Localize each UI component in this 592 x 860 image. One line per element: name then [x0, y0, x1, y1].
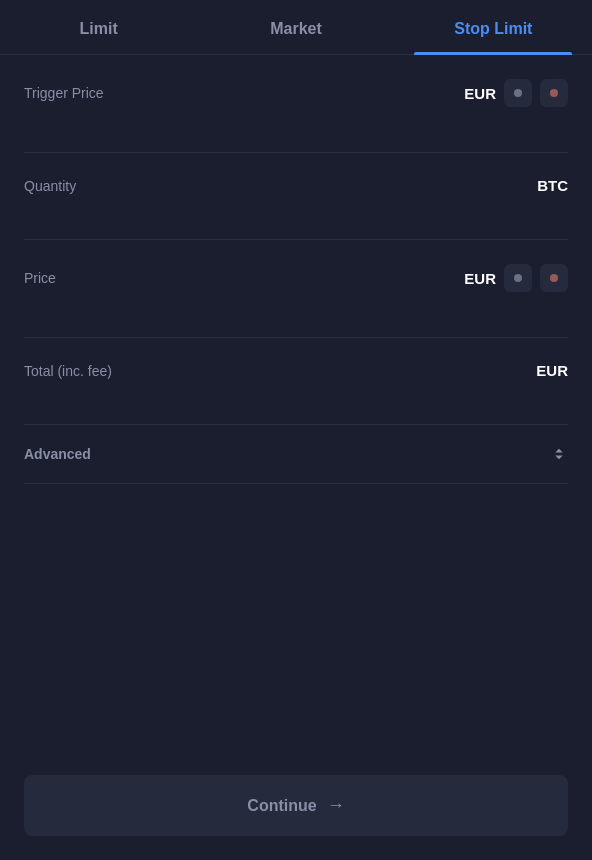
- total-input[interactable]: [24, 387, 568, 412]
- trigger-price-controls: EUR: [464, 79, 568, 107]
- trigger-price-row: Trigger Price EUR: [24, 79, 568, 107]
- total-row: Total (inc. fee) EUR: [24, 362, 568, 379]
- quantity-row: Quantity BTC: [24, 177, 568, 194]
- price-dot-green[interactable]: [504, 264, 532, 292]
- price-label: Price: [24, 270, 56, 286]
- tab-limit[interactable]: Limit: [0, 0, 197, 54]
- tab-bar: Limit Market Stop Limit: [0, 0, 592, 55]
- form-area: Trigger Price EUR Quantity BTC Price: [0, 55, 592, 860]
- price-currency: EUR: [464, 270, 496, 287]
- arrow-right-icon: →: [327, 795, 345, 816]
- advanced-label: Advanced: [24, 446, 91, 462]
- total-group: Total (inc. fee) EUR: [24, 338, 568, 425]
- trigger-price-dot-red[interactable]: [540, 79, 568, 107]
- total-currency: EUR: [536, 362, 568, 379]
- quantity-group: Quantity BTC: [24, 153, 568, 240]
- quantity-currency: BTC: [537, 177, 568, 194]
- total-label: Total (inc. fee): [24, 363, 112, 379]
- trigger-price-currency: EUR: [464, 85, 496, 102]
- price-dot-red[interactable]: [540, 264, 568, 292]
- price-row: Price EUR: [24, 264, 568, 292]
- trigger-price-label: Trigger Price: [24, 85, 104, 101]
- continue-button[interactable]: Continue →: [24, 775, 568, 836]
- expand-icon: [550, 445, 568, 463]
- total-controls: EUR: [536, 362, 568, 379]
- dot-red-icon: [550, 274, 558, 282]
- trigger-price-input[interactable]: [24, 115, 568, 140]
- tab-market[interactable]: Market: [197, 0, 394, 54]
- trigger-price-group: Trigger Price EUR: [24, 55, 568, 153]
- price-controls: EUR: [464, 264, 568, 292]
- quantity-controls: BTC: [537, 177, 568, 194]
- dot-green-icon: [514, 89, 522, 97]
- advanced-row[interactable]: Advanced: [24, 425, 568, 484]
- dot-green-icon: [514, 274, 522, 282]
- trigger-price-dot-green[interactable]: [504, 79, 532, 107]
- price-group: Price EUR: [24, 240, 568, 338]
- tab-stop-limit[interactable]: Stop Limit: [395, 0, 592, 54]
- quantity-input[interactable]: [24, 202, 568, 227]
- continue-label: Continue: [247, 797, 316, 815]
- price-input[interactable]: [24, 300, 568, 325]
- dot-red-icon: [550, 89, 558, 97]
- quantity-label: Quantity: [24, 178, 76, 194]
